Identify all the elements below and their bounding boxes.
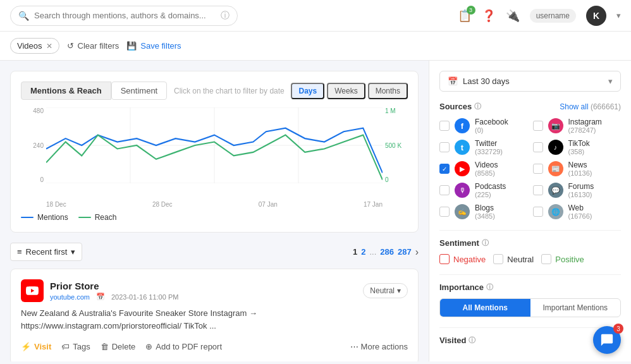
page-286[interactable]: 286	[380, 247, 394, 257]
source-item-videos: ▶ Videos (8585)	[439, 161, 528, 177]
mentions-color	[21, 217, 34, 218]
divider-2	[439, 274, 621, 275]
tags-button[interactable]: 🏷 Tags	[61, 339, 90, 354]
importance-header: Importance ⓘ	[439, 282, 621, 292]
more-actions-button[interactable]: ⋯ More actions	[350, 342, 408, 351]
show-all-link[interactable]: Show all (666661)	[560, 102, 621, 111]
podcasts-checkbox[interactable]	[439, 185, 450, 195]
web-checkbox[interactable]	[533, 207, 543, 217]
x-label-3: 07 Jan	[259, 201, 278, 208]
legend-mentions[interactable]: Mentions	[21, 213, 68, 222]
info-icon[interactable]: ⓘ	[221, 10, 230, 21]
date-range-select[interactable]: 📅 Last 30 days ▾	[439, 71, 621, 92]
chart-card: Mentions & Reach Sentiment Click on the …	[10, 71, 419, 233]
twitter-checkbox[interactable]	[439, 142, 450, 152]
instagram-checkbox[interactable]	[533, 121, 543, 131]
notifications-icon[interactable]: 📋 3	[458, 9, 472, 23]
save-filters-button[interactable]: 💾 Save filters	[126, 41, 181, 51]
chart-x-labels: 18 Dec 28 Dec 07 Jan 17 Jan	[21, 201, 408, 208]
time-tab-weeks[interactable]: Weeks	[327, 83, 365, 99]
mention-title-block: Prior Store youtube.com 📅 2023-01-16 11:…	[50, 281, 357, 301]
videos-filter-tag[interactable]: Videos ✕	[10, 38, 59, 54]
mention-card: Prior Store youtube.com 📅 2023-01-16 11:…	[10, 269, 419, 361]
source-item-blogs: ✍ Blogs (3485)	[439, 203, 528, 220]
y-axis-right: 1 M 500 K 0	[383, 107, 408, 183]
date-range-label: Last 30 days	[463, 76, 510, 86]
source-item-tiktok: ♪ TikTok (358)	[533, 139, 622, 155]
save-filters-label: Save filters	[140, 41, 181, 51]
source-item-facebook: f Facebook (0)	[439, 118, 528, 134]
blogs-info: Blogs (3485)	[475, 203, 495, 220]
add-icon: ⊕	[145, 342, 152, 351]
source-item-news: 📰 News (10136)	[533, 161, 622, 177]
positive-label: Positive	[555, 255, 584, 264]
videos-checkbox[interactable]	[439, 164, 450, 174]
facebook-checkbox[interactable]	[439, 121, 450, 131]
help-icon[interactable]: ❓	[482, 9, 496, 23]
page-1[interactable]: 1	[353, 247, 357, 257]
negative-sentiment[interactable]: Negative	[439, 254, 486, 264]
all-mentions-tab[interactable]: All Mentions	[440, 299, 530, 317]
news-checkbox[interactable]	[533, 164, 543, 174]
next-page-icon[interactable]: ›	[415, 246, 419, 258]
divider-3	[439, 327, 621, 328]
mention-meta: youtube.com 📅 2023-01-16 11:00 PM	[50, 293, 357, 301]
visit-button[interactable]: ⚡ Visit	[21, 339, 51, 354]
sources-grid: f Facebook (0) 📷 Instagram (278247) t Tw…	[439, 118, 621, 220]
info-icon[interactable]: ⓘ	[486, 282, 493, 292]
tiktok-info: TikTok (358)	[568, 139, 590, 155]
chat-bubble[interactable]: 3	[593, 326, 621, 354]
close-icon[interactable]: ✕	[46, 42, 52, 51]
neutral-sentiment[interactable]: Neutral	[493, 254, 534, 264]
info-icon[interactable]: ⓘ	[474, 102, 481, 111]
blogs-checkbox[interactable]	[439, 207, 450, 217]
tiktok-checkbox[interactable]	[533, 142, 543, 152]
info-icon[interactable]: ⓘ	[482, 238, 489, 248]
mention-domain[interactable]: youtube.com	[50, 293, 90, 301]
settings-icon[interactable]: 🔌	[506, 9, 520, 23]
blogs-icon: ✍	[455, 204, 470, 219]
time-tabs: Days Weeks Months	[291, 83, 408, 99]
tab-sentiment[interactable]: Sentiment	[111, 82, 168, 100]
page-dots: ...	[369, 247, 376, 257]
reach-color	[78, 217, 91, 218]
trash-icon: 🗑	[101, 342, 109, 351]
refresh-icon: ↺	[67, 41, 74, 51]
calendar-icon: 📅	[96, 293, 105, 301]
negative-checkbox[interactable]	[439, 254, 450, 264]
positive-checkbox[interactable]	[541, 254, 551, 264]
web-info: Web (16766)	[568, 203, 592, 220]
chevron-down-icon: ▾	[608, 76, 613, 86]
chevron-down-icon: ▾	[397, 286, 401, 295]
forums-icon: 💬	[548, 183, 563, 198]
web-icon: 🌐	[548, 204, 563, 219]
legend-reach[interactable]: Reach	[78, 213, 117, 222]
facebook-info: Facebook (0)	[475, 118, 508, 134]
search-bar[interactable]: 🔍 ⓘ	[10, 6, 238, 26]
podcasts-info: Podcasts (225)	[475, 182, 506, 198]
info-icon[interactable]: ⓘ	[469, 336, 475, 345]
add-pdf-button[interactable]: ⊕ Add to PDF report	[145, 339, 222, 354]
forums-checkbox[interactable]	[533, 185, 543, 195]
clear-filters-button[interactable]: ↺ Clear filters	[67, 41, 119, 51]
delete-button[interactable]: 🗑 Delete	[101, 339, 136, 354]
chevron-down-icon: ▾	[71, 247, 75, 257]
search-input[interactable]	[34, 11, 216, 20]
neutral-checkbox[interactable]	[493, 254, 503, 264]
x-label-1: 18 Dec	[46, 201, 66, 208]
avatar[interactable]: K	[586, 6, 606, 26]
header: 🔍 ⓘ 📋 3 ❓ 🔌 username K ▾	[0, 0, 631, 32]
sentiment-badge[interactable]: Neutral ▾	[363, 283, 408, 298]
page-287[interactable]: 287	[398, 247, 412, 257]
page-2[interactable]: 2	[361, 247, 365, 257]
chart-legend: Mentions Reach	[21, 213, 408, 222]
important-mentions-tab[interactable]: Important Mentions	[530, 299, 621, 317]
time-tab-months[interactable]: Months	[368, 83, 408, 99]
chart-svg[interactable]	[46, 107, 383, 183]
news-icon: 📰	[548, 161, 563, 176]
positive-sentiment[interactable]: Positive	[541, 254, 584, 264]
time-tab-days[interactable]: Days	[291, 83, 324, 99]
sort-select[interactable]: ≡ Recent first ▾	[10, 243, 82, 261]
tab-mentions-reach[interactable]: Mentions & Reach	[21, 82, 111, 100]
chevron-down-icon[interactable]: ▾	[616, 11, 621, 20]
